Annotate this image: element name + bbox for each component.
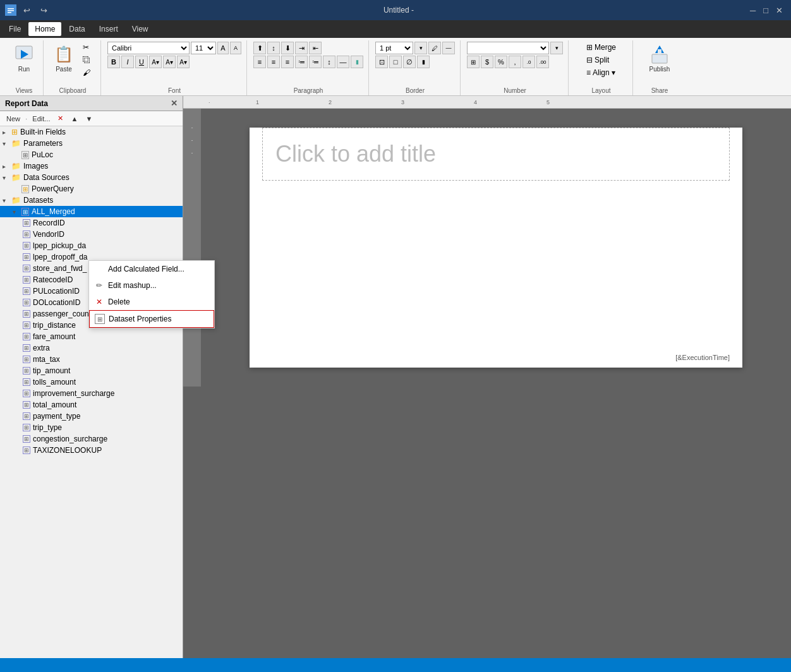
menu-file[interactable]: File (3, 22, 27, 36)
tree-item-vendorid[interactable]: ⊞ VendorID (0, 229, 183, 240)
redo-button[interactable]: ↪ (37, 4, 51, 16)
italic-button[interactable]: I (121, 56, 134, 68)
tree-item-extra[interactable]: ⊞ extra (0, 342, 183, 354)
context-add-calculated-field[interactable]: Add Calculated Field... (89, 261, 214, 277)
comma-button[interactable]: , (509, 56, 521, 68)
tree-item-data-sources[interactable]: ▾ 📁 Data Sources (0, 172, 183, 183)
number-format-down-button[interactable]: ▾ (550, 42, 563, 54)
parameters-toggle[interactable]: ▾ (3, 140, 11, 147)
bullet-list-button[interactable]: ≔ (295, 56, 308, 68)
decimal-increase-button[interactable]: .0 (522, 56, 535, 68)
align-button[interactable]: ≡ Align ▾ (584, 67, 618, 78)
font-size-select[interactable]: 11 (191, 42, 216, 54)
context-edit-mashup[interactable]: ✏ Edit mashup... (89, 277, 214, 294)
align-top-button[interactable]: ⬆ (253, 42, 266, 54)
tree-item-builtin-fields[interactable]: ▸ ⊞ Built-in Fields (0, 126, 183, 138)
format-painter-button[interactable]: 🖌 (80, 67, 93, 78)
new-button[interactable]: New (4, 114, 23, 124)
tree-item-mta-tax[interactable]: ⊞ mta_tax (0, 354, 183, 365)
context-dataset-properties[interactable]: ⊞ Dataset Properties (89, 310, 214, 328)
align-bottom-button[interactable]: ⬇ (281, 42, 294, 54)
border-none-button[interactable]: ∅ (403, 56, 416, 68)
currency-button[interactable]: ⊞ (467, 56, 480, 68)
number-group-label: Number (467, 87, 563, 95)
tree-item-congestion-surcharge[interactable]: ⊞ congestion_surcharge (0, 433, 183, 445)
font-color-button[interactable]: A▾ (149, 56, 162, 68)
tree-item-tolls-amount[interactable]: ⊞ tolls_amount (0, 376, 183, 388)
strikethrough-button[interactable]: A▾ (177, 56, 190, 68)
background-color-button[interactable]: ▮ (417, 56, 430, 68)
indent-decrease-button[interactable]: ⇤ (309, 42, 322, 54)
font-size-decrease-button[interactable]: A (217, 42, 229, 54)
menu-home[interactable]: Home (28, 22, 61, 36)
run-button[interactable]: Run (10, 42, 38, 75)
number-list-button[interactable]: ≔ (309, 56, 322, 68)
tree-item-datasets[interactable]: ▾ 📁 Datasets (0, 195, 183, 206)
border-all-button[interactable]: ⊡ (375, 56, 388, 68)
tree-item-total-amount[interactable]: ⊞ total_amount (0, 399, 183, 411)
datasets-toggle[interactable]: ▾ (3, 197, 11, 204)
menu-view[interactable]: View (126, 22, 155, 36)
tree-item-all-merged[interactable]: ▾ ⊞ ALL_Merged (0, 206, 183, 217)
highlight-button[interactable]: A▾ (163, 56, 176, 68)
strikeout-button[interactable]: — (337, 56, 349, 68)
indent-increase-button[interactable]: ⇥ (295, 42, 308, 54)
tree-item-images[interactable]: ▸ 📁 Images (0, 160, 183, 172)
publish-icon (649, 44, 670, 64)
tree-item-taxizonelookup[interactable]: ⊞ TAXIZONELOOKUP (0, 445, 183, 456)
tree-item-puloc[interactable]: ▸ ⊞ PuLoc (0, 149, 183, 160)
align-left-button[interactable]: ≡ (253, 56, 266, 68)
font-size-increase-button[interactable]: A (230, 42, 241, 54)
underline-button[interactable]: U (135, 56, 148, 68)
decimal-decrease-button[interactable]: .00 (536, 56, 549, 68)
tree-item-trip-type[interactable]: ⊞ trip_type (0, 422, 183, 433)
builtin-fields-toggle[interactable]: ▸ (3, 129, 11, 136)
parameters-folder-icon: 📁 (11, 139, 21, 148)
border-down-button[interactable]: ▾ (414, 42, 427, 54)
align-right-button[interactable]: ≡ (281, 56, 294, 68)
split-button[interactable]: ⊟ Split (584, 54, 612, 66)
border-outer-button[interactable]: □ (389, 56, 402, 68)
align-middle-button[interactable]: ↕ (267, 42, 280, 54)
tree-item-parameters[interactable]: ▾ 📁 Parameters (0, 138, 183, 149)
align-center-button[interactable]: ≡ (267, 56, 280, 68)
paste-button[interactable]: 📋 Paste (50, 42, 78, 75)
line-spacing-button[interactable]: ↕ (323, 56, 335, 68)
dollar-button[interactable]: $ (481, 56, 493, 68)
tree-item-tip-amount[interactable]: ⊞ tip_amount (0, 365, 183, 376)
maximize-button[interactable]: □ (760, 4, 771, 16)
menu-data[interactable]: Data (63, 22, 91, 36)
close-button[interactable]: ✕ (773, 4, 786, 16)
images-toggle[interactable]: ▸ (3, 163, 11, 170)
highlight2-button[interactable]: ▮ (351, 56, 363, 68)
percent-button[interactable]: % (495, 56, 507, 68)
move-down-button[interactable]: ▼ (83, 114, 95, 124)
number-format-select[interactable] (467, 42, 549, 54)
edit-button[interactable]: Edit... (30, 114, 52, 124)
publish-button[interactable]: Publish (646, 42, 674, 75)
tree-item-recordid[interactable]: ⊞ RecordID (0, 217, 183, 229)
border-size-select[interactable]: 1 pt (375, 42, 413, 54)
delete-tree-button[interactable]: ✕ (55, 113, 66, 124)
data-sources-toggle[interactable]: ▾ (3, 174, 11, 181)
bold-button[interactable]: B (107, 56, 120, 68)
font-name-select[interactable]: Calibri (107, 42, 190, 54)
tree-item-lpep-pickup[interactable]: ⊞ lpep_pickup_da (0, 240, 183, 251)
move-up-button[interactable]: ▲ (68, 114, 80, 124)
panel-close-button[interactable]: ✕ (171, 99, 178, 108)
all-merged-toggle[interactable]: ▾ (13, 208, 21, 215)
border-color-button[interactable]: 🖊 (428, 42, 441, 54)
report-title-area[interactable]: Click to add title (262, 128, 730, 181)
tree-item-improvement-surcharge[interactable]: ⊞ improvement_surcharge (0, 388, 183, 399)
undo-button[interactable]: ↩ (20, 4, 33, 16)
minimize-button[interactable]: ─ (747, 4, 759, 16)
copy-button[interactable]: ⿻ (80, 54, 93, 66)
tree-item-fare-amount[interactable]: ⊞ fare_amount (0, 331, 183, 342)
merge-button[interactable]: ⊞ Merge (584, 42, 619, 53)
tree-item-powerquery[interactable]: ▸ ⊞ PowerQuery (0, 183, 183, 195)
tree-item-payment-type[interactable]: ⊞ payment_type (0, 411, 183, 422)
border-style-button[interactable]: — (442, 42, 455, 54)
context-delete[interactable]: ✕ Delete (89, 294, 214, 310)
menu-insert[interactable]: Insert (93, 22, 124, 36)
cut-button[interactable]: ✂ (80, 42, 93, 53)
